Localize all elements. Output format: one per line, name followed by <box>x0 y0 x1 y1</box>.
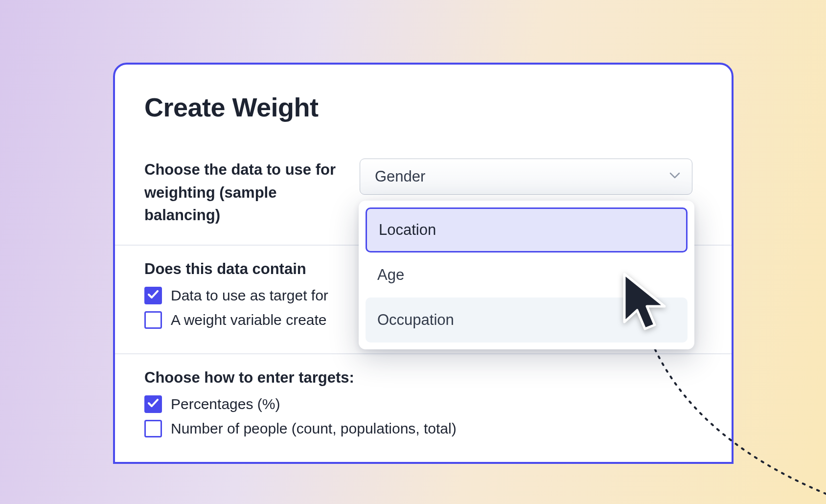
panel-title: Create Weight <box>115 92 732 144</box>
target-data-label: Data to use as target for <box>171 287 328 304</box>
select-wrapper: Gender Location Age Occupation <box>360 159 702 195</box>
field-row: Choose the data to use for weighting (sa… <box>144 159 702 227</box>
enter-targets-heading: Choose how to enter targets: <box>144 369 702 387</box>
weight-variable-label: A weight variable create <box>171 312 327 328</box>
percentages-checkbox[interactable] <box>144 395 162 413</box>
weighting-data-select[interactable]: Gender <box>360 159 692 195</box>
weight-variable-checkbox[interactable] <box>144 311 162 329</box>
checkbox-row: Percentages (%) <box>144 395 702 413</box>
checkbox-row: Number of people (count, populations, to… <box>144 420 702 437</box>
weighting-data-label: Choose the data to use for weighting (sa… <box>144 159 340 227</box>
dropdown-option-location[interactable]: Location <box>366 207 688 252</box>
cursor-icon <box>616 268 674 344</box>
chevron-down-icon <box>669 172 680 181</box>
number-people-label: Number of people (count, populations, to… <box>171 420 457 437</box>
weighting-data-section: Choose the data to use for weighting (sa… <box>115 144 732 246</box>
create-weight-panel: Create Weight Choose the data to use for… <box>113 63 734 464</box>
target-data-checkbox[interactable] <box>144 287 162 304</box>
enter-targets-section: Choose how to enter targets: Percentages… <box>115 354 732 462</box>
select-value: Gender <box>375 168 425 185</box>
number-people-checkbox[interactable] <box>144 420 162 437</box>
checkmark-icon <box>148 290 159 301</box>
checkmark-icon <box>148 399 159 410</box>
percentages-label: Percentages (%) <box>171 396 280 412</box>
